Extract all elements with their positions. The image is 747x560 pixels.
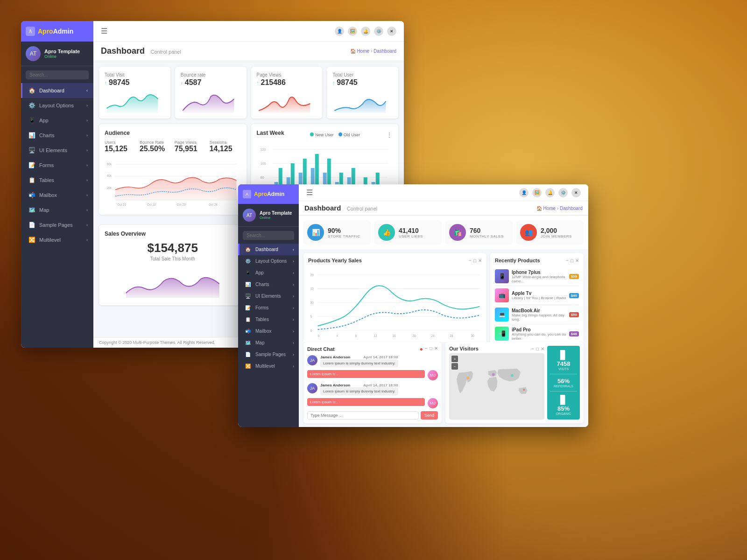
visitors-card: Our Visitors − □ ✕ bbox=[445, 342, 584, 423]
close-icon[interactable]: ✕ bbox=[478, 258, 482, 263]
avatar-name-2: Apro Template bbox=[260, 210, 294, 216]
close-icon[interactable]: ✕ bbox=[575, 258, 579, 263]
sidebar-item-ui[interactable]: 🖥️ UI Elements › bbox=[21, 143, 93, 158]
visitors-actions: − □ ✕ bbox=[531, 346, 544, 351]
sidebar-2: A AproAdmin AT Apro Template Online 🏠 Da… bbox=[238, 184, 299, 427]
nav-label: Sample Pages bbox=[39, 222, 73, 228]
svg-point-56 bbox=[492, 373, 495, 376]
layout-icon-2: ⚙️ bbox=[244, 259, 252, 264]
minus-icon[interactable]: − bbox=[531, 346, 534, 351]
sidebar-item-charts-2[interactable]: 📊 Charts › bbox=[238, 279, 299, 290]
sidebar-item-layout[interactable]: ⚙️ Layout Options › bbox=[21, 98, 93, 113]
chat-msg-content: James Anderson April 14, 2017 18:00 Lore… bbox=[320, 355, 398, 367]
close-icon-2[interactable]: ✕ bbox=[571, 188, 581, 197]
bell-icon-2[interactable]: 🔔 bbox=[545, 188, 555, 197]
sidebar-item-app-2[interactable]: 📱 App › bbox=[238, 267, 299, 279]
sidebar-item-sample[interactable]: 📄 Sample Pages › bbox=[21, 217, 93, 232]
sidebar-item-forms[interactable]: 📝 Forms › bbox=[21, 158, 93, 173]
nav-arrow-2: ‹ bbox=[293, 247, 294, 252]
nav-arrow-2: › bbox=[293, 282, 294, 287]
sidebar-item-mailbox[interactable]: 📬 Mailbox › bbox=[21, 188, 93, 203]
minus-icon[interactable]: − bbox=[566, 258, 569, 263]
user-avatar-icon[interactable]: 👤 bbox=[335, 27, 344, 36]
sidebar-1: A AproAdmin AT Apro Template Online 🏠 Da… bbox=[21, 21, 93, 348]
bell-icon[interactable]: 🔔 bbox=[361, 27, 370, 36]
close-icon[interactable]: ✕ bbox=[541, 346, 544, 351]
recently-products-card: Recently Products − □ ✕ 📱 Iphone 7plus 1… bbox=[490, 253, 584, 342]
sales-overview-card: Sales Overview $154,875 Total Sale This … bbox=[99, 225, 247, 305]
likes-icon: 👍 bbox=[378, 224, 395, 241]
kpi-value: 90% bbox=[328, 227, 360, 234]
settings-icon[interactable]: ⚙️ bbox=[374, 27, 383, 36]
zoom-out-icon[interactable]: − bbox=[451, 363, 458, 370]
minus-icon[interactable]: − bbox=[469, 258, 472, 263]
sidebar-item-tables-2[interactable]: 📋 Tables › bbox=[238, 314, 299, 325]
chat-message-input[interactable] bbox=[307, 411, 419, 420]
nav-label: Mailbox bbox=[39, 192, 57, 198]
svg-text:20: 20 bbox=[310, 273, 314, 277]
sidebar-item-multilevel-2[interactable]: 🔀 Multilevel › bbox=[238, 360, 299, 372]
aud-label: Bounce Rate bbox=[140, 140, 171, 145]
sidebar-item-charts[interactable]: 📊 Charts › bbox=[21, 128, 93, 143]
product-info-2: Apple Tv Library | for You | Browse | Ra… bbox=[512, 291, 566, 300]
aud-label: Users bbox=[105, 140, 136, 145]
user-avatar-icon-2[interactable]: 👤 bbox=[519, 188, 529, 197]
kpi-members: 👥 2,000 JOIN MEMBERS bbox=[516, 220, 584, 245]
stat-label: Bounce rate bbox=[181, 72, 241, 77]
app-icon: 📱 bbox=[28, 117, 35, 124]
visitors-main: Our Visitors − □ ✕ bbox=[449, 346, 544, 420]
sidebar-item-map-2[interactable]: 🗺️ Map › bbox=[238, 337, 299, 349]
sidebar-item-mailbox-2[interactable]: 📬 Mailbox › bbox=[238, 325, 299, 337]
product-item-4: 📲 iPad Pro Anything you can do, you can … bbox=[495, 324, 579, 342]
visitors-map: + − bbox=[449, 353, 544, 420]
search-input-2[interactable] bbox=[243, 231, 294, 240]
chat-bubble: Lorem ipsum is simply dummy text industr… bbox=[320, 359, 398, 367]
settings-icon-2[interactable]: ⚙️ bbox=[558, 188, 568, 197]
sidebar-item-tables[interactable]: 📋 Tables › bbox=[21, 173, 93, 188]
photo-icon-2[interactable]: 🖼️ bbox=[532, 188, 542, 197]
svg-point-59 bbox=[523, 389, 525, 391]
stat-card-bounce-rate: Bounce rate ↓ 4587 bbox=[175, 67, 247, 119]
product-item-2: 📺 Apple Tv Library | for You | Browse | … bbox=[495, 286, 579, 305]
sidebar-item-forms-2[interactable]: 📝 Forms › bbox=[238, 302, 299, 314]
new-user-dot bbox=[310, 133, 314, 136]
dashboard-icon: 🏠 bbox=[28, 87, 35, 94]
zoom-in-icon[interactable]: + bbox=[451, 356, 458, 362]
expand-icon[interactable]: □ bbox=[571, 258, 573, 263]
visitors-header: Our Visitors − □ ✕ bbox=[449, 346, 544, 351]
nav-arrow: › bbox=[86, 208, 88, 212]
sidebar-item-dashboard[interactable]: 🏠 Dashboard ‹ bbox=[21, 83, 93, 98]
kpi-traffic: 📊 90% STORE TRAFFIC bbox=[303, 220, 371, 245]
sidebar-item-app[interactable]: 📱 App › bbox=[21, 113, 93, 128]
close-icon[interactable]: ✕ bbox=[434, 346, 438, 352]
product-desc-2: Library | for You | Browse | Radio bbox=[512, 296, 566, 300]
photo-icon[interactable]: 🖼️ bbox=[348, 27, 357, 36]
vis-label: VISITS bbox=[550, 367, 577, 371]
search-input[interactable] bbox=[26, 70, 89, 79]
sidebar-item-sample-2[interactable]: 📄 Sample Pages › bbox=[238, 349, 299, 360]
visits-stat: ▊ 7458 VISITS bbox=[550, 350, 577, 371]
sidebar-item-ui-2[interactable]: 🖥️ UI Elements › bbox=[238, 290, 299, 302]
page-title: Dashboard bbox=[101, 46, 145, 56]
expand-icon[interactable]: □ bbox=[536, 346, 539, 351]
expand-icon[interactable]: □ bbox=[430, 346, 432, 352]
menu-toggle-icon-2[interactable]: ☰ bbox=[306, 188, 313, 197]
sidebar-item-multilevel[interactable]: 🔀 Multilevel › bbox=[21, 232, 93, 247]
nav-arrow: ‹ bbox=[86, 88, 88, 93]
close-icon[interactable]: ✕ bbox=[387, 27, 396, 36]
logo-icon: A bbox=[26, 27, 35, 36]
last-week-menu-icon[interactable]: ⋮ bbox=[386, 131, 393, 139]
chat-send-button[interactable]: Send bbox=[421, 411, 438, 420]
sidebar-item-dashboard-2[interactable]: 🏠 Dashboard ‹ bbox=[238, 244, 299, 255]
breadcrumb: 🏠 Home › Dashboard bbox=[350, 49, 396, 54]
avatar-name: Apro Template bbox=[44, 49, 89, 54]
vis-label: ORGANIC bbox=[550, 412, 577, 415]
product-thumb-1: 📱 bbox=[495, 269, 509, 283]
svg-text:10: 10 bbox=[310, 301, 314, 304]
minus-icon[interactable]: − bbox=[425, 346, 428, 352]
sidebar-item-map[interactable]: 🗺️ Map › bbox=[21, 203, 93, 217]
menu-toggle-icon[interactable]: ☰ bbox=[101, 27, 107, 35]
expand-icon[interactable]: □ bbox=[473, 258, 476, 263]
sidebar-user: AT Apro Template Online bbox=[21, 42, 93, 66]
sidebar-item-layout-2[interactable]: ⚙️ Layout Options › bbox=[238, 255, 299, 267]
